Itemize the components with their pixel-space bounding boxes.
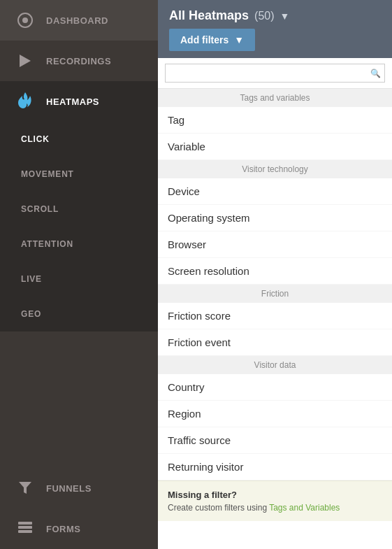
- flame-icon: [14, 90, 36, 113]
- sidebar-subitem-movement-label: MOVEMENT: [21, 169, 74, 179]
- search-row: [158, 58, 392, 89]
- sidebar-subitem-live[interactable]: LIVE: [0, 262, 158, 297]
- filter-item-region[interactable]: Region: [158, 401, 392, 427]
- sidebar-subitem-geo-label: GEO: [21, 309, 41, 319]
- page-title: All Heatmaps: [169, 8, 249, 23]
- sidebar-item-recordings[interactable]: RECORDINGS: [0, 41, 158, 81]
- sidebar-item-recordings-label: RECORDINGS: [46, 56, 111, 66]
- sidebar: DASHBOARD RECORDINGS HEATMAPS CLICK MOVE…: [0, 0, 158, 549]
- sidebar-item-dashboard[interactable]: DASHBOARD: [0, 0, 158, 41]
- header-title-row: All Heatmaps (50) ▼: [169, 8, 381, 23]
- footer-title: Missing a filter?: [168, 490, 382, 500]
- heatmap-count: (50): [254, 10, 274, 22]
- footer-text: Create custom filters using Tags and Var…: [168, 503, 382, 513]
- filter-item-country[interactable]: Country: [158, 374, 392, 401]
- dropdown-footer: Missing a filter? Create custom filters …: [158, 480, 392, 521]
- svg-rect-0: [18, 522, 32, 525]
- sidebar-item-forms-label: FORMS: [46, 524, 80, 534]
- footer-link[interactable]: Tags and Variables: [269, 503, 340, 513]
- add-filters-label: Add filters: [180, 34, 228, 45]
- sidebar-item-funnels[interactable]: FUNNELS: [0, 468, 158, 508]
- filter-item-traffic-source[interactable]: Traffic source: [158, 427, 392, 454]
- dashboard-icon: [14, 9, 36, 31]
- search-wrapper: [165, 64, 385, 83]
- main-header: All Heatmaps (50) ▼ Add filters ▼: [158, 0, 392, 58]
- section-header-tags: Tags and variables: [158, 89, 392, 107]
- filter-item-tag[interactable]: Tag: [158, 107, 392, 134]
- sidebar-subitem-movement[interactable]: MOVEMENT: [0, 157, 158, 192]
- sidebar-item-heatmaps-label: HEATMAPS: [46, 97, 99, 107]
- sidebar-subitem-click-label: CLICK: [21, 134, 50, 144]
- sidebar-item-dashboard-label: DASHBOARD: [46, 15, 108, 26]
- filter-item-os[interactable]: Operating system: [158, 205, 392, 231]
- sidebar-subitem-live-label: LIVE: [21, 274, 42, 284]
- search-input[interactable]: [165, 64, 385, 83]
- sidebar-subitem-click[interactable]: CLICK: [0, 122, 158, 157]
- sidebar-item-funnels-label: FUNNELS: [46, 483, 92, 494]
- sidebar-item-heatmaps[interactable]: HEATMAPS: [0, 81, 158, 122]
- filter-item-device[interactable]: Device: [158, 178, 392, 205]
- section-header-friction: Friction: [158, 285, 392, 303]
- sidebar-subitem-geo[interactable]: GEO: [0, 297, 158, 331]
- svg-rect-2: [18, 530, 32, 533]
- forms-icon: [14, 518, 36, 540]
- svg-rect-1: [18, 526, 32, 529]
- filter-item-returning-visitor[interactable]: Returning visitor: [158, 454, 392, 480]
- filter-dropdown: Tags and variables Tag Variable Visitor …: [158, 58, 392, 549]
- sidebar-subitem-attention[interactable]: ATTENTION: [0, 227, 158, 262]
- section-header-visitor-data: Visitor data: [158, 356, 392, 374]
- filter-item-browser[interactable]: Browser: [158, 231, 392, 258]
- section-header-visitor-tech: Visitor technology: [158, 160, 392, 178]
- sidebar-subitem-attention-label: ATTENTION: [21, 239, 73, 249]
- sidebar-subitem-scroll[interactable]: SCROLL: [0, 192, 158, 227]
- play-icon: [14, 50, 36, 72]
- footer-text-content: Create custom filters using: [168, 503, 269, 513]
- main-panel: All Heatmaps (50) ▼ Add filters ▼ Tags a…: [158, 0, 392, 549]
- filter-item-screen-resolution[interactable]: Screen resolution: [158, 258, 392, 285]
- filter-item-friction-score[interactable]: Friction score: [158, 303, 392, 329]
- add-filters-button[interactable]: Add filters ▼: [169, 29, 255, 51]
- add-filters-chevron-icon: ▼: [234, 34, 244, 45]
- filter-item-friction-event[interactable]: Friction event: [158, 329, 392, 356]
- filter-item-variable[interactable]: Variable: [158, 134, 392, 160]
- funnel-icon: [14, 477, 36, 499]
- sidebar-item-forms[interactable]: FORMS: [0, 508, 158, 549]
- sidebar-subitem-scroll-label: SCROLL: [21, 204, 59, 214]
- chevron-down-icon: ▼: [280, 10, 290, 22]
